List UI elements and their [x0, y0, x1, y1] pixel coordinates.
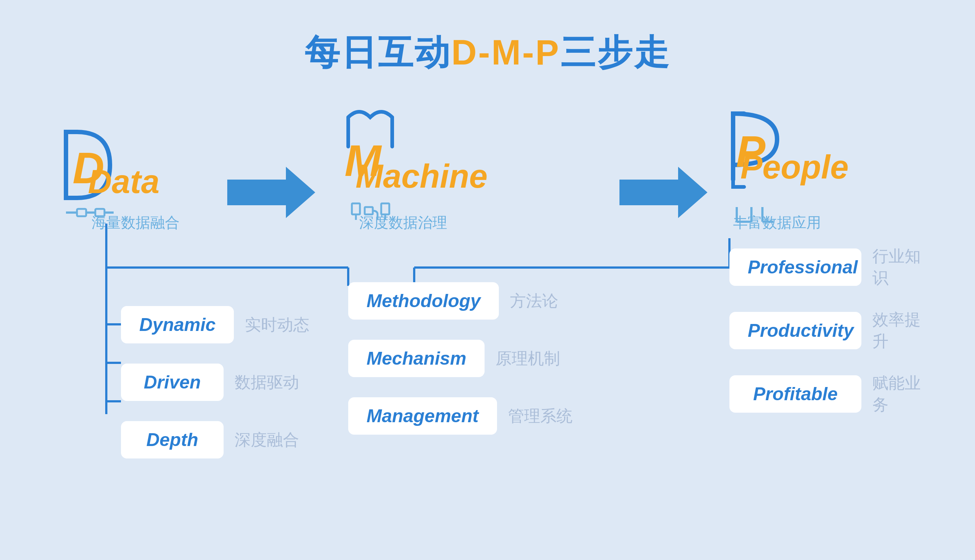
title-middle: D-M-P [451, 33, 560, 72]
driven-item: Driven 数据驱动 [121, 363, 309, 401]
dynamic-item: Dynamic 实时动态 [121, 306, 309, 343]
arrow-m-to-p [620, 167, 707, 218]
driven-card: Driven [121, 363, 223, 401]
mechanism-card: Mechanism [348, 340, 485, 377]
profitable-item: Profitable 赋能业务 [729, 372, 927, 416]
depth-item: Depth 深度融合 [121, 421, 309, 458]
svg-rect-2 [77, 209, 86, 216]
machine-subtitle: 深度数据治理 [359, 213, 447, 233]
data-subtitle: 海量数据融合 [92, 213, 180, 233]
page-container: 每日互动D-M-P三步走 D [0, 0, 975, 560]
main-title: 每日互动D-M-P三步走 [305, 29, 670, 77]
d-sub-boxes: Dynamic 实时动态 Driven 数据驱动 Depth 深度融合 [121, 306, 309, 458]
p-sub-boxes: Professional 行业知识 Productivity 效率提升 Prof… [729, 245, 927, 416]
people-subtitle: 丰富数据应用 [733, 213, 821, 233]
professional-item: Professional 行业知识 [729, 245, 927, 289]
title-prefix: 每日互动 [305, 33, 451, 72]
management-item: Management 管理系统 [348, 397, 573, 435]
mechanism-item: Mechanism 原理机制 [348, 340, 573, 377]
dynamic-card: Dynamic [121, 306, 234, 343]
m-sub-boxes: Methodology 方法论 Mechanism 原理机制 Managemen… [348, 282, 573, 435]
productivity-item: Productivity 效率提升 [729, 309, 927, 352]
content-area: D M [48, 99, 927, 539]
methodology-item: Methodology 方法论 [348, 282, 573, 320]
productivity-card: Productivity [729, 312, 862, 349]
svg-rect-7 [352, 203, 360, 214]
professional-card: Professional [729, 248, 862, 286]
methodology-card: Methodology [348, 282, 499, 320]
people-word: People [740, 148, 848, 186]
profitable-card: Profitable [729, 375, 862, 413]
depth-card: Depth [121, 421, 223, 458]
arrow-d-to-m [227, 167, 315, 218]
machine-word: Machine [355, 158, 488, 195]
data-word: Data [88, 163, 160, 201]
title-suffix: 三步走 [560, 33, 670, 72]
management-card: Management [348, 397, 497, 435]
